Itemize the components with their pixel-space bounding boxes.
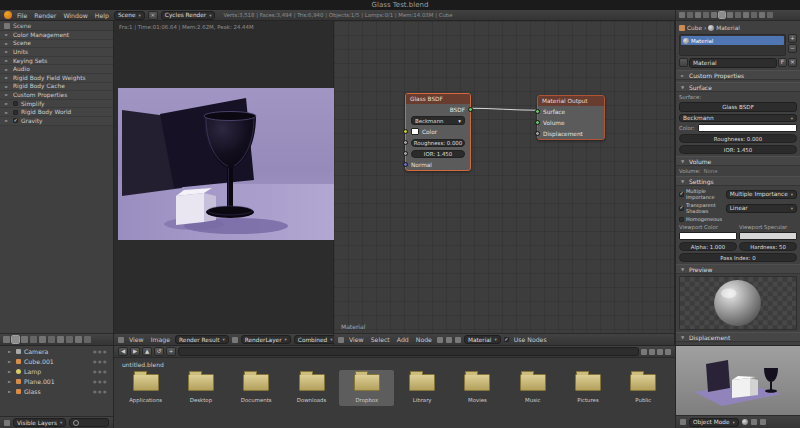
menu-select[interactable]: Select: [369, 336, 392, 343]
panel-gravity[interactable]: ►✓Gravity: [0, 117, 113, 126]
outliner-search-input[interactable]: [69, 418, 109, 427]
visibility-toggles[interactable]: ●●●: [93, 359, 108, 364]
shader-type-world-icon[interactable]: [446, 337, 452, 343]
blender-logo-icon[interactable]: [4, 11, 12, 19]
rigid-body-world-checkbox[interactable]: [13, 110, 18, 115]
properties-tab-icon[interactable]: [12, 336, 19, 343]
triangle-right-icon[interactable]: ►: [8, 369, 13, 374]
outliner-item-cube[interactable]: ►Cube.001●●●: [0, 356, 113, 366]
viewport-alpha-slider[interactable]: Alpha: 1.000: [679, 242, 737, 251]
ior-slider[interactable]: IOR: 1.450: [411, 150, 465, 158]
settings-panel-header[interactable]: ▼Settings: [676, 176, 800, 186]
folder-item[interactable]: Music: [505, 370, 560, 406]
volume-input-socket[interactable]: [535, 120, 540, 125]
viewport-specular-swatch[interactable]: [739, 232, 797, 240]
color-swatch[interactable]: [411, 128, 419, 135]
pin-icon[interactable]: [232, 337, 238, 343]
scene-selector[interactable]: Scene▾: [114, 11, 145, 20]
pass-index-field[interactable]: Pass Index: 0: [679, 253, 797, 262]
folder-item[interactable]: Pictures: [560, 370, 615, 406]
menu-view[interactable]: View: [127, 336, 146, 343]
material-slot-list[interactable]: Material: [679, 34, 786, 56]
checkbox[interactable]: [679, 217, 684, 222]
node-editor[interactable]: Glass BSDF BSDF Beckmann▾ Color Roughnes…: [334, 21, 675, 345]
properties-tab-icon[interactable]: [679, 12, 685, 18]
surface-ior-slider[interactable]: IOR: 1.450: [679, 145, 797, 154]
new-directory-button[interactable]: +: [166, 347, 176, 356]
properties-tab-icon[interactable]: [703, 12, 709, 18]
panel-units[interactable]: ►Units: [0, 48, 113, 57]
parent-dir-button[interactable]: ▲: [142, 347, 152, 356]
viewport-color-swatch[interactable]: [679, 232, 737, 240]
panel-audio[interactable]: ►Audio: [0, 65, 113, 74]
panel-simplify[interactable]: ►Simplify: [0, 100, 113, 109]
properties-tab-icon[interactable]: [66, 336, 73, 343]
triangle-right-icon[interactable]: ►: [8, 379, 13, 384]
checkbox[interactable]: ✓: [679, 192, 684, 197]
properties-tab-icon[interactable]: [57, 336, 64, 343]
scene-delete-button[interactable]: ×: [148, 11, 158, 20]
properties-tab-icon[interactable]: [687, 12, 693, 18]
outliner-display-mode-select[interactable]: Visible Layers▾: [13, 418, 66, 427]
properties-tab-icon[interactable]: [21, 336, 28, 343]
mini-3d-viewport[interactable]: Object Mode▾: [675, 345, 800, 428]
properties-tab-icon[interactable]: [3, 336, 10, 343]
menu-image[interactable]: Image: [149, 336, 172, 343]
mode-select[interactable]: Object Mode▾: [689, 418, 739, 427]
node-material-datablock[interactable]: Material▾: [464, 335, 501, 344]
surface-distribution-select[interactable]: Beckmann▾: [679, 114, 797, 122]
surface-color-swatch[interactable]: [698, 124, 797, 132]
gravity-checkbox[interactable]: ✓: [13, 118, 18, 123]
image-editor-icon[interactable]: [118, 337, 124, 343]
material-name-field[interactable]: Material: [689, 58, 777, 68]
displacement-input-socket[interactable]: [535, 131, 540, 136]
refresh-button[interactable]: ↺: [154, 347, 164, 356]
surface-shader-button[interactable]: Glass BSDF: [679, 102, 797, 112]
image-datablock-selector[interactable]: Render Result▾: [175, 335, 229, 344]
menu-window[interactable]: Window: [61, 12, 89, 19]
volume-interpolation-select[interactable]: Linear▾: [726, 204, 797, 213]
panel-color-management[interactable]: ►Color Management: [0, 31, 113, 40]
custom-properties-panel-header[interactable]: ►Custom Properties: [676, 70, 800, 80]
back-button[interactable]: ◀: [118, 347, 128, 356]
panel-scene[interactable]: ►Scene: [0, 40, 113, 49]
displacement-panel-header[interactable]: ▼Displacement: [676, 332, 800, 342]
ior-input-socket[interactable]: [403, 151, 408, 156]
triangle-right-icon[interactable]: ►: [8, 389, 13, 394]
properties-tab-icon[interactable]: [751, 12, 757, 18]
properties-tab-icon[interactable]: [84, 336, 91, 343]
triangle-right-icon[interactable]: ►: [8, 349, 13, 354]
outliner-editor-icon[interactable]: [4, 420, 10, 426]
volume-sampling-select[interactable]: Multiple Importance▾: [726, 190, 797, 199]
shader-type-material-icon[interactable]: [437, 337, 443, 343]
properties-tab-material-icon[interactable]: [719, 12, 725, 18]
roughness-input-socket[interactable]: [403, 140, 408, 145]
volume-panel-header[interactable]: ▼Volume: [676, 156, 800, 166]
triangle-right-icon[interactable]: ►: [8, 359, 13, 364]
pivot-center-icon[interactable]: [751, 419, 757, 425]
checkbox[interactable]: ✓: [679, 206, 684, 211]
filter-files-icon[interactable]: [665, 349, 671, 355]
sort-alpha-icon[interactable]: [657, 349, 663, 355]
visibility-toggles[interactable]: ●●●: [93, 369, 108, 374]
folder-item[interactable]: Desktop: [173, 370, 228, 406]
properties-tab-icon[interactable]: [767, 12, 773, 18]
panel-rigid-body-cache[interactable]: ►Rigid Body Cache: [0, 83, 113, 92]
folder-item[interactable]: Documents: [229, 370, 284, 406]
outliner-item-camera[interactable]: ►Camera●●●: [0, 346, 113, 356]
simplify-checkbox[interactable]: [13, 101, 18, 106]
distribution-select[interactable]: Beckmann▾: [411, 116, 465, 125]
outliner-item-lamp[interactable]: ►Lamp●●●: [0, 366, 113, 376]
panel-keying-sets[interactable]: ►Keying Sets: [0, 57, 113, 66]
properties-tab-icon[interactable]: [727, 12, 733, 18]
folder-item[interactable]: Movies: [450, 370, 505, 406]
normal-input-socket[interactable]: [403, 162, 408, 167]
panel-rigid-body-world[interactable]: ►Rigid Body World: [0, 108, 113, 117]
properties-tab-icon[interactable]: [735, 12, 741, 18]
properties-tab-icon[interactable]: [48, 336, 55, 343]
properties-tab-icon[interactable]: [711, 12, 717, 18]
outliner-item-glass[interactable]: ►Glass●●●: [0, 386, 113, 396]
transparent-shadows-toggle[interactable]: ✓Transparent Shadows: [679, 202, 724, 214]
directory-path-input[interactable]: [178, 347, 639, 356]
homogeneous-toggle[interactable]: Homogeneous: [679, 216, 724, 222]
